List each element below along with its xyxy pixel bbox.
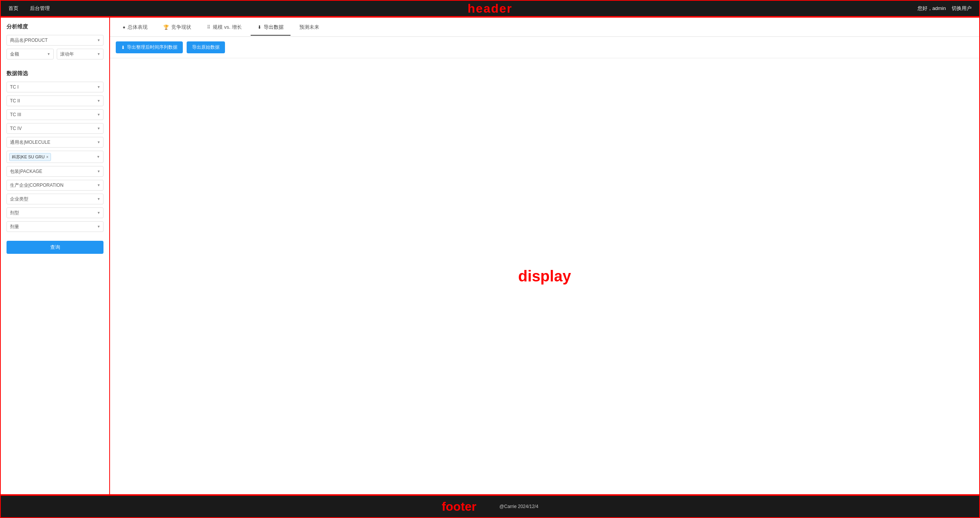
export-toolbar: ⬇ 导出整理后时间序列数据 导出原始数据	[110, 37, 979, 58]
tab-overview-icon: ●	[123, 25, 125, 30]
tc2-select[interactable]: TC II	[7, 95, 103, 106]
corporation-select[interactable]: 生产企业|CORPORATION	[7, 180, 103, 191]
product-select[interactable]: 商品名|PRODUCT	[7, 35, 103, 46]
form-select[interactable]: 剂型	[7, 207, 103, 218]
period-select[interactable]: 滚动年	[57, 49, 104, 59]
footer: footer @Carrie 2024/12/4	[0, 495, 980, 518]
content-area: ● 总体表现 🏆 竞争现状 ⠿ 规模 vs. 增长 ⬇ 导出数据 预测未来 ⬇	[110, 18, 979, 494]
tab-scale-icon: ⠿	[207, 25, 210, 30]
tc4-select[interactable]: TC IV	[7, 123, 103, 134]
kesugru-select-wrapper[interactable]: 科苏|KE SU GRU ×	[7, 151, 103, 163]
main-container: filter 分析维度 商品名|PRODUCT 金额 滚动年	[0, 17, 980, 495]
kesugru-tag: 科苏|KE SU GRU ×	[9, 153, 51, 161]
kesugru-tag-close[interactable]: ×	[46, 155, 48, 159]
tab-export[interactable]: ⬇ 导出数据	[251, 19, 291, 35]
query-button[interactable]: 查询	[7, 241, 103, 254]
footer-copyright: @Carrie 2024/12/4	[499, 504, 538, 509]
footer-label: footer	[442, 500, 476, 514]
tab-export-label: 导出数据	[264, 24, 284, 31]
tab-competition-icon: 🏆	[163, 25, 169, 30]
header-title: header	[468, 2, 512, 16]
tab-scale-label: 规模 vs. 增长	[213, 24, 242, 31]
tab-export-icon: ⬇	[258, 25, 261, 30]
nav-home[interactable]: 首页	[8, 5, 18, 12]
header-nav: 首页 后台管理	[8, 5, 50, 12]
dimension-title: 分析维度	[7, 23, 103, 30]
header: 首页 后台管理 header 您好，admin 切换用户	[0, 0, 980, 17]
molecule-select-wrapper: 通用名|MOLECULE	[7, 137, 103, 148]
tabs-bar: ● 总体表现 🏆 竞争现状 ⠿ 规模 vs. 增长 ⬇ 导出数据 预测未来	[110, 18, 979, 37]
export-processed-button[interactable]: ⬇ 导出整理后时间序列数据	[116, 41, 183, 53]
form-select-wrapper: 剂型	[7, 207, 103, 218]
tc2-select-wrapper: TC II	[7, 95, 103, 106]
product-select-wrapper: 商品名|PRODUCT	[7, 35, 103, 46]
header-user: 您好，admin 切换用户	[918, 5, 972, 12]
filter-section: 数据筛选 TC I TC II TC III TC IV	[7, 70, 103, 235]
tab-forecast[interactable]: 预测未来	[292, 19, 326, 35]
sidebar: filter 分析维度 商品名|PRODUCT 金额 滚动年	[1, 18, 110, 494]
metric-select[interactable]: 金额	[7, 49, 54, 59]
filter-title: 数据筛选	[7, 70, 103, 77]
nav-admin[interactable]: 后台管理	[30, 5, 50, 12]
tc3-select-wrapper: TC III	[7, 109, 103, 120]
tc1-select[interactable]: TC I	[7, 82, 103, 92]
export-processed-label: 导出整理后时间序列数据	[127, 44, 177, 51]
display-area: display	[110, 58, 979, 494]
dosage-select[interactable]: 剂量	[7, 221, 103, 232]
corp-type-select-wrapper: 企业类型	[7, 194, 103, 204]
corporation-select-wrapper: 生产企业|CORPORATION	[7, 180, 103, 191]
metric-period-row: 金额 滚动年	[7, 49, 103, 59]
tab-competition[interactable]: 🏆 竞争现状	[156, 19, 198, 35]
package-select[interactable]: 包装|PACKAGE	[7, 166, 103, 177]
tab-scale[interactable]: ⠿ 规模 vs. 增长	[200, 19, 249, 35]
period-select-wrapper: 滚动年	[57, 49, 104, 59]
export-processed-icon: ⬇	[121, 45, 125, 50]
switch-user-button[interactable]: 切换用户	[952, 5, 972, 12]
dosage-select-wrapper: 剂量	[7, 221, 103, 232]
export-raw-button[interactable]: 导出原始数据	[187, 41, 225, 53]
tab-competition-label: 竞争现状	[171, 24, 191, 31]
display-label: display	[518, 268, 571, 285]
molecule-select[interactable]: 通用名|MOLECULE	[7, 137, 103, 148]
export-raw-label: 导出原始数据	[192, 44, 220, 51]
user-greeting: 您好，admin	[918, 5, 946, 12]
tab-overview-label: 总体表现	[128, 24, 148, 31]
tab-forecast-label: 预测未来	[299, 24, 319, 31]
metric-select-wrapper: 金额	[7, 49, 54, 59]
corp-type-select[interactable]: 企业类型	[7, 194, 103, 204]
tab-overview[interactable]: ● 总体表现	[116, 19, 154, 35]
tc1-select-wrapper: TC I	[7, 82, 103, 92]
tc3-select[interactable]: TC III	[7, 109, 103, 120]
package-select-wrapper: 包装|PACKAGE	[7, 166, 103, 177]
dimension-section: 分析维度 商品名|PRODUCT 金额 滚动年	[7, 23, 103, 62]
kesugru-tag-label: 科苏|KE SU GRU	[12, 154, 44, 160]
tc4-select-wrapper: TC IV	[7, 123, 103, 134]
